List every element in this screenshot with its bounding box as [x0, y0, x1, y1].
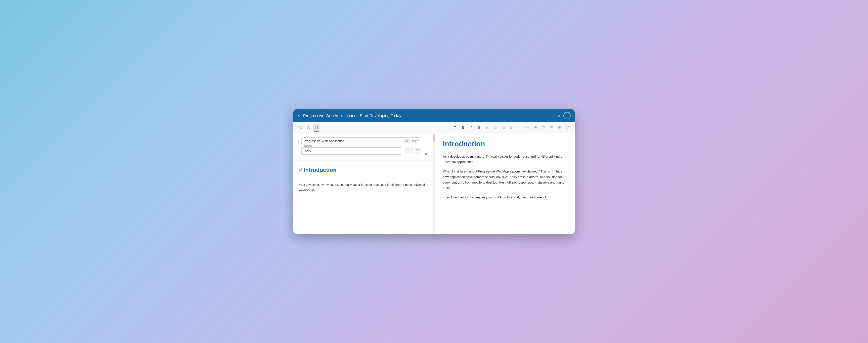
link-button[interactable] [532, 124, 539, 131]
find-nav-group: ↑ ↓ × [423, 137, 429, 157]
whole-word-button[interactable]: AbI [411, 139, 416, 143]
case-sensitive-button[interactable]: Aa [404, 139, 409, 143]
hash-symbol: # [299, 167, 302, 173]
find-options: Aa AbI * [404, 139, 419, 143]
svg-point-5 [494, 127, 494, 128]
bold-icon: B [462, 126, 465, 130]
find-field-group: Find Aa AbI * [301, 137, 421, 145]
svg-point-0 [308, 127, 309, 128]
title-bar: × Progressive Web Applications - Start D… [293, 109, 575, 122]
bold-button[interactable]: B [459, 124, 467, 131]
collapse-button[interactable]: ▼ [298, 140, 300, 143]
toolbar-left-group [297, 124, 323, 131]
find-label: Find [303, 136, 309, 138]
preview-paragraph-2: When I first heard about Progressive Web… [443, 169, 567, 191]
erase-button[interactable] [484, 124, 491, 131]
editor-panel: ▼ Find Aa AbI * [293, 133, 433, 234]
find-replace-panel: ▼ Find Aa AbI * [293, 133, 433, 160]
text-format-button[interactable]: T [451, 124, 459, 131]
quote-button[interactable]: " [516, 124, 523, 131]
text-format-icon: T [454, 126, 456, 129]
find-close-button[interactable]: × [423, 151, 429, 157]
find-previous-button[interactable]: ↑ [423, 137, 429, 144]
svg-point-6 [494, 128, 494, 129]
replace-label: Replace [303, 145, 313, 147]
image-button[interactable] [540, 124, 547, 131]
close-button[interactable]: × [298, 114, 300, 118]
align-button[interactable] [507, 124, 515, 131]
strikethrough-icon: S [478, 126, 480, 130]
replace-input-wrapper [301, 147, 402, 155]
attach-button[interactable] [556, 124, 563, 131]
main-content: ▼ Find Aa AbI * [293, 133, 575, 234]
find-input[interactable] [304, 139, 403, 143]
numbered-list-button[interactable]: 1 2 3 [499, 124, 507, 131]
preview-paragraph-1: As a developer, by my nature, I'm really… [443, 154, 567, 165]
fields-container: Find Aa AbI * [301, 136, 421, 155]
book-button[interactable] [313, 124, 320, 131]
editor-content[interactable]: # Introduction As a developer, by my nat… [293, 160, 433, 234]
table-button[interactable] [548, 124, 555, 131]
quote-icon: " [519, 125, 520, 130]
svg-text:3: 3 [502, 128, 502, 129]
italic-icon: I [471, 126, 472, 130]
title-bar-actions: ✓ ⋮ [558, 112, 570, 119]
svg-rect-18 [550, 126, 553, 129]
edit-button[interactable] [297, 124, 304, 131]
scroll-thumb[interactable] [433, 134, 435, 142]
svg-point-4 [494, 126, 494, 127]
window-title: Progressive Web Applications - Start Dev… [303, 114, 554, 118]
bullet-list-button[interactable] [492, 124, 499, 131]
regex-button[interactable]: * [418, 139, 419, 143]
preview-panel: Introduction As a developer, by my natur… [435, 133, 575, 234]
preview-button[interactable] [305, 124, 312, 131]
editor-heading-text: Introduction [304, 167, 336, 173]
find-next-button[interactable]: ↓ [423, 144, 429, 150]
find-row-container: ▼ Find Aa AbI * [298, 136, 429, 157]
replace-all-button[interactable] [414, 147, 421, 154]
strikethrough-button[interactable]: S [475, 124, 483, 131]
code-icon: <> [526, 126, 529, 129]
italic-button[interactable]: I [467, 124, 475, 131]
toolbar: T B I S [293, 122, 575, 133]
replace-actions [405, 147, 421, 154]
replace-one-button[interactable] [405, 147, 412, 154]
svg-point-17 [543, 127, 543, 127]
replace-field-group: Replace [301, 146, 421, 155]
code-button[interactable]: <> [524, 124, 531, 131]
preview-paragraph-3: Then I decided to build my very first PW… [443, 195, 567, 200]
find-input-wrapper: Aa AbI * [301, 137, 421, 145]
menu-button[interactable]: ⋮ [563, 112, 570, 119]
editor-paragraph: As a developer, by my nature, I'm really… [299, 182, 427, 192]
check-icon[interactable]: ✓ [558, 113, 561, 118]
app-window: × Progressive Web Applications - Start D… [293, 109, 575, 234]
scroll-indicator [433, 133, 435, 234]
info-button[interactable] [564, 124, 571, 131]
editor-heading: # Introduction [299, 167, 427, 173]
replace-input[interactable] [304, 149, 400, 153]
toolbar-right-group: T B I S [451, 124, 571, 131]
preview-heading: Introduction [443, 140, 567, 148]
